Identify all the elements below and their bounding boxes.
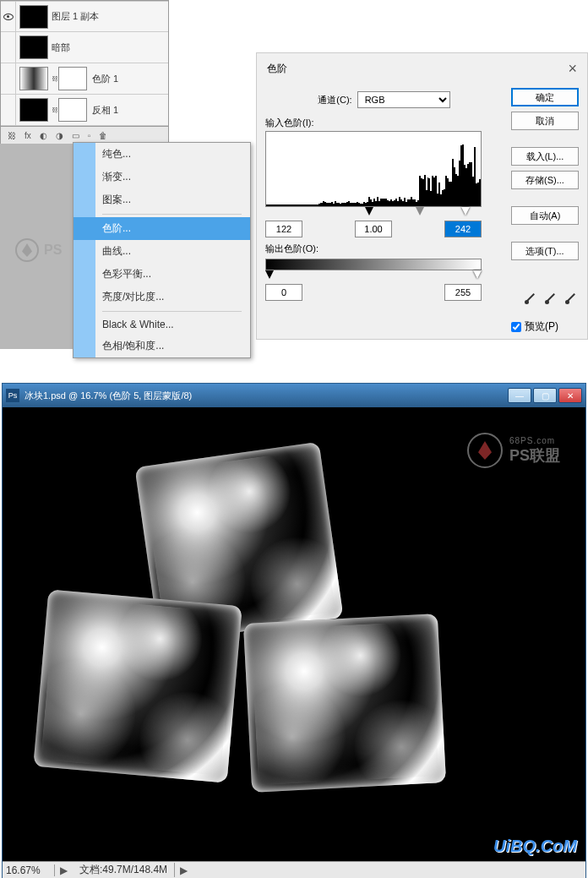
app-icon: Ps — [6, 389, 19, 402]
eyedropper-black-icon[interactable] — [523, 291, 538, 306]
output-highlight-slider[interactable] — [473, 270, 482, 279]
layer-row[interactable]: 暗部 — [1, 32, 168, 63]
adjustment-icon[interactable]: ◑ — [56, 131, 63, 140]
canvas-area[interactable]: 68PS.com PS联盟 UiBQ.CoM — [3, 407, 585, 861]
delete-icon[interactable]: 🗑 — [99, 131, 107, 140]
layers-panel: 图层 1 副本 暗部 ⛓ 色阶 1 ⛓ 反相 1 ⛓ fx ◐ ◑ ▭ ▫ — [0, 0, 169, 145]
ice-cube-image — [243, 614, 446, 793]
minimize-button[interactable]: — — [508, 388, 531, 403]
layer-name: 图层 1 副本 — [52, 10, 99, 23]
layer-thumbnail[interactable] — [19, 5, 48, 29]
output-highlight[interactable] — [444, 284, 482, 301]
dialog-title: 色阶 — [267, 62, 287, 76]
layer-thumbnail[interactable] — [19, 35, 48, 59]
document-window: Ps 冰块1.psd @ 16.7% (色阶 5, 图层蒙版/8) — ▢ ✕ … — [2, 383, 586, 878]
visibility-toggle[interactable] — [1, 2, 16, 31]
input-levels-label: 输入色阶(I): — [265, 117, 503, 129]
layer-row[interactable]: ⛓ 色阶 1 — [1, 63, 168, 95]
visibility-toggle[interactable] — [1, 95, 16, 125]
load-button[interactable]: 载入(L)... — [511, 147, 579, 166]
layer-name: 色阶 1 — [92, 73, 118, 85]
layer-name: 暗部 — [52, 41, 70, 54]
layer-name: 反相 1 — [92, 104, 118, 117]
save-button[interactable]: 存储(S)... — [511, 171, 579, 189]
menu-black-white[interactable]: Black & White... — [74, 314, 250, 335]
menu-brightness-contrast[interactable]: 亮度/对比度... — [74, 286, 250, 308]
channel-select[interactable]: RGB — [357, 91, 450, 108]
input-sliders[interactable] — [265, 207, 482, 217]
channel-label: 通道(C): — [318, 94, 351, 106]
watermark-uibq: UiBQ.CoM — [493, 837, 577, 856]
menu-levels[interactable]: 色阶... — [74, 217, 250, 240]
new-layer-icon[interactable]: ▫ — [88, 131, 91, 140]
menu-curves[interactable]: 曲线... — [74, 240, 250, 263]
watermark-ps: PS — [15, 238, 62, 262]
menu-gradient[interactable]: 渐变... — [74, 166, 250, 188]
input-midtone[interactable] — [355, 221, 392, 237]
document-title: 冰块1.psd @ 16.7% (色阶 5, 图层蒙版/8) — [24, 390, 508, 402]
histogram[interactable] — [265, 131, 482, 207]
link-layers-icon[interactable]: ⛓ — [8, 131, 16, 140]
menu-pattern[interactable]: 图案... — [74, 188, 250, 211]
statusbar-arrow-icon[interactable]: ▶ — [175, 864, 193, 876]
visibility-toggle[interactable] — [1, 63, 16, 94]
menu-hue-saturation[interactable]: 色相/饱和度... — [74, 335, 250, 357]
output-levels-label: 输出色阶(O): — [265, 243, 503, 255]
statusbar: 16.67% ▶ 文档:49.7M/148.4M ▶ — [3, 861, 585, 878]
maximize-button[interactable]: ▢ — [533, 388, 557, 403]
watermark-68ps: 68PS.com PS联盟 — [467, 433, 560, 468]
close-button[interactable]: ✕ — [558, 388, 582, 403]
shadow-slider[interactable] — [365, 207, 373, 215]
adjustment-context-menu: 纯色... 渐变... 图案... 色阶... 曲线... 色彩平衡... 亮度… — [73, 142, 251, 358]
zoom-level[interactable]: 16.67% — [3, 864, 55, 876]
levels-dialog: 色阶 × 通道(C): RGB 输入色阶(I): — [256, 52, 588, 340]
menu-separator — [102, 214, 242, 215]
preview-checkbox[interactable] — [511, 322, 521, 332]
cancel-button[interactable]: 取消 — [511, 112, 579, 130]
eyedropper-white-icon[interactable] — [564, 291, 579, 306]
fx-icon[interactable]: fx — [24, 131, 31, 140]
ice-cube-image — [33, 589, 242, 783]
output-sliders[interactable] — [265, 270, 482, 281]
auto-button[interactable]: 自动(A) — [511, 206, 579, 225]
link-icon: ⛓ — [52, 106, 58, 114]
highlight-slider[interactable] — [461, 207, 470, 215]
menu-separator — [102, 311, 242, 312]
output-shadow-slider[interactable] — [265, 270, 274, 279]
options-button[interactable]: 选项(T)... — [511, 242, 579, 260]
eye-icon — [3, 14, 14, 20]
mask-thumbnail[interactable] — [58, 98, 87, 122]
document-size[interactable]: 文档:49.7M/148.4M — [73, 863, 175, 877]
layer-row[interactable]: 图层 1 副本 — [1, 1, 168, 32]
titlebar[interactable]: Ps 冰块1.psd @ 16.7% (色阶 5, 图层蒙版/8) — ▢ ✕ — [3, 384, 585, 407]
mask-icon[interactable]: ◐ — [40, 131, 47, 140]
preview-checkbox-label[interactable]: 预览(P) — [511, 319, 579, 334]
mask-thumbnail[interactable] — [58, 67, 87, 90]
layer-row[interactable]: ⛓ 反相 1 — [1, 95, 168, 126]
adjustment-thumbnail[interactable] — [19, 67, 48, 90]
menu-solid-color[interactable]: 纯色... — [74, 143, 250, 166]
link-icon: ⛓ — [52, 75, 58, 83]
midtone-slider[interactable] — [416, 207, 424, 215]
input-highlight[interactable] — [444, 221, 482, 237]
output-gradient[interactable] — [265, 259, 482, 270]
group-icon[interactable]: ▭ — [72, 131, 79, 140]
output-shadow[interactable] — [265, 284, 302, 301]
ok-button[interactable]: 确定 — [511, 88, 579, 106]
visibility-toggle[interactable] — [1, 32, 16, 63]
input-shadow[interactable] — [265, 221, 302, 237]
close-icon[interactable]: × — [568, 60, 577, 78]
eyedropper-gray-icon[interactable] — [543, 291, 558, 306]
menu-color-balance[interactable]: 色彩平衡... — [74, 263, 250, 286]
adjustment-thumbnail[interactable] — [19, 98, 48, 122]
statusbar-arrow-icon[interactable]: ▶ — [55, 864, 73, 876]
